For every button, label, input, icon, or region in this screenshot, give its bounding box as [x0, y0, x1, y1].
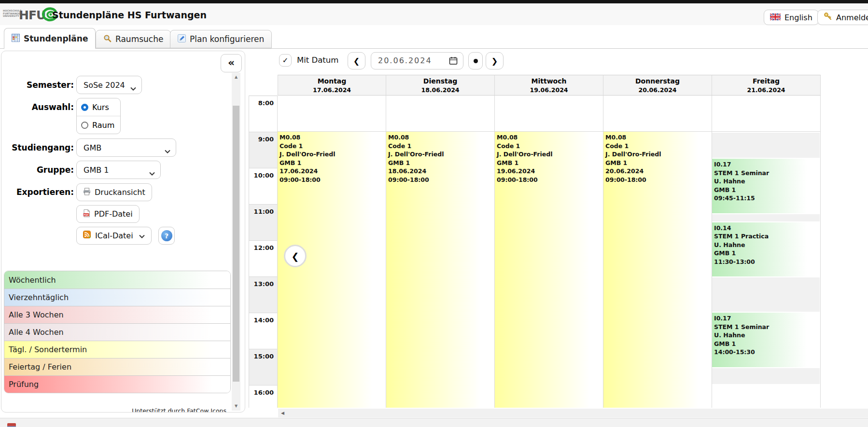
- time-cell: 10:00: [249, 168, 277, 205]
- page-title: Stundenpläne HS Furtwangen: [52, 10, 207, 20]
- exportieren-label: Exportieren:: [1, 183, 74, 201]
- legend-item: Tägl. / Sondertermin: [4, 341, 230, 358]
- event-line: 11:30-13:00: [714, 258, 818, 266]
- login-button-label: Anmelden: [836, 13, 868, 22]
- time-label: 16:00: [254, 386, 277, 396]
- time-label: 15:00: [254, 349, 277, 360]
- event-line: STEM 1 Seminar: [714, 323, 818, 331]
- event[interactable]: M0.08Code 1J. Dell'Oro-FriedlGMB 117.06.…: [278, 132, 385, 408]
- time-label: 8:00: [258, 96, 277, 107]
- time-cell: 12:00: [249, 241, 277, 277]
- busy-block: [712, 214, 820, 221]
- fatcow-credit-link[interactable]: Unterstützt durch FatCow Icons: [1, 407, 226, 413]
- radio-raum[interactable]: Raum: [77, 116, 120, 134]
- next-week-button[interactable]: ❯: [486, 52, 504, 69]
- event-line: I0.17: [714, 314, 818, 323]
- chevron-down-icon: [130, 83, 136, 93]
- login-button[interactable]: Anmelden: [817, 10, 868, 25]
- sidebar-scrollbar-thumb[interactable]: [233, 106, 239, 382]
- event-line: I0.14: [714, 224, 818, 233]
- event[interactable]: I0.14STEM 1 PracticaU. HahneGMB 111:30-1…: [712, 222, 820, 277]
- event-line: Code 1: [388, 142, 492, 151]
- event[interactable]: I0.17STEM 1 SeminarU. HahneGMB 114:00-15…: [712, 313, 820, 367]
- sidebar-scrollbar[interactable]: ▲ ▼: [232, 73, 240, 411]
- mit-datum-label: Mit Datum: [297, 54, 338, 67]
- language-button[interactable]: English: [764, 10, 819, 25]
- busy-block: [712, 368, 820, 385]
- date-input[interactable]: 20.06.2024: [371, 52, 463, 69]
- time-cell: 9:00: [249, 132, 277, 168]
- time-cell: 8:00: [249, 96, 277, 132]
- studiengang-label: Studiengang:: [1, 138, 74, 157]
- day-header-row: Montag17.06.2024Dienstag18.06.2024Mittwo…: [278, 75, 821, 96]
- day-name: Donnerstag: [603, 77, 712, 86]
- day-column: M0.08Code 1J. Dell'Oro-FriedlGMB 120.06.…: [603, 96, 712, 408]
- scroll-up-icon[interactable]: ▲: [232, 74, 240, 81]
- day-column: I0.17STEM 1 SeminarU. HahneGMB 109:45-11…: [712, 96, 821, 408]
- event[interactable]: I0.17STEM 1 SeminarU. HahneGMB 109:45-11…: [712, 159, 820, 213]
- prev-week-button[interactable]: ❮: [348, 52, 365, 69]
- studiengang-select[interactable]: GMB: [76, 138, 176, 157]
- free-cell: [603, 96, 712, 132]
- scroll-prev-overlay-button[interactable]: ❮: [284, 245, 307, 267]
- day-name: Dienstag: [386, 77, 494, 86]
- today-button[interactable]: [468, 52, 483, 69]
- event-line: J. Dell'Oro-Friedl: [280, 150, 383, 159]
- tab-label: Plan konfigurieren: [190, 34, 264, 44]
- tab-stundenplaene[interactable]: Stundenpläne: [4, 28, 96, 49]
- search-icon: [103, 34, 112, 44]
- footer-icon: [7, 423, 16, 427]
- event[interactable]: M0.08Code 1J. Dell'Oro-FriedlGMB 118.06.…: [386, 132, 494, 408]
- time-gutter: 8:009:0010:0011:0012:0013:0014:0015:0016…: [249, 96, 278, 408]
- legend-item: Alle 3 Wochen: [4, 306, 230, 323]
- hfu-logo-subtext: HOCHSCHULE FURTWANGEN UNIVERSITY: [3, 10, 17, 18]
- tab-plan-konfigurieren[interactable]: Plan konfigurieren: [170, 30, 272, 48]
- event[interactable]: M0.08Code 1J. Dell'Oro-FriedlGMB 119.06.…: [495, 132, 602, 408]
- pdf-export-button[interactable]: PDF PDF-Datei: [76, 205, 140, 223]
- scroll-down-icon[interactable]: ▼: [232, 403, 240, 410]
- horizontal-scrollbar[interactable]: ◀: [278, 409, 868, 417]
- event-line: GMB 1: [714, 249, 818, 258]
- ical-help-button[interactable]: ?: [158, 227, 175, 245]
- legend-label: Vierzehntäglich: [9, 293, 69, 302]
- day-date: 17.06.2024: [278, 86, 386, 94]
- time-label: 14:00: [254, 313, 277, 324]
- event-line: GMB 1: [714, 186, 818, 194]
- print-view-label: Druckansicht: [95, 188, 145, 197]
- event-line: U. Hahne: [714, 177, 818, 186]
- event[interactable]: M0.08Code 1J. Dell'Oro-FriedlGMB 120.06.…: [603, 132, 711, 408]
- timetable-icon: [12, 34, 20, 44]
- gruppe-select[interactable]: GMB 1: [76, 161, 161, 179]
- event-line: M0.08: [280, 133, 383, 142]
- radio-kurs[interactable]: Kurs: [77, 98, 120, 116]
- day-date: 18.06.2024: [386, 86, 494, 94]
- print-view-button[interactable]: Druckansicht: [76, 183, 152, 201]
- edit-icon: [178, 34, 186, 44]
- legend-label: Feiertag / Ferien: [9, 362, 71, 372]
- radio-raum-label: Raum: [92, 121, 114, 130]
- event-line: GMB 1: [714, 340, 818, 348]
- chevron-down-icon: [149, 168, 155, 178]
- scroll-left-icon[interactable]: ◀: [281, 409, 284, 417]
- calendar-icon[interactable]: [449, 56, 458, 67]
- exportieren-row: Exportieren:: [1, 183, 74, 201]
- semester-row: Semester:: [1, 76, 74, 94]
- collapse-sidebar-button[interactable]: «: [221, 54, 242, 72]
- ical-export-button[interactable]: ICal-Datei: [76, 227, 152, 245]
- help-icon: ?: [161, 230, 172, 241]
- auswahl-label: Auswahl:: [1, 98, 74, 116]
- legend-label: Alle 3 Wochen: [9, 310, 64, 319]
- gruppe-row: Gruppe:: [1, 161, 74, 179]
- semester-select[interactable]: SoSe 2024: [76, 76, 142, 94]
- time-label: 12:00: [254, 241, 277, 251]
- chevron-down-icon: [139, 231, 145, 240]
- event-line: U. Hahne: [714, 241, 818, 249]
- tab-raumsuche[interactable]: Raumsuche: [96, 30, 171, 48]
- radio-selected-icon: [81, 104, 88, 111]
- key-icon: [824, 12, 832, 23]
- event-line: Code 1: [497, 142, 601, 151]
- day-columns: M0.08Code 1J. Dell'Oro-FriedlGMB 117.06.…: [278, 96, 821, 408]
- day-date: 19.06.2024: [495, 86, 603, 94]
- mit-datum-checkbox[interactable]: ✓: [279, 54, 292, 67]
- event-line: 09:00-18:00: [280, 176, 383, 184]
